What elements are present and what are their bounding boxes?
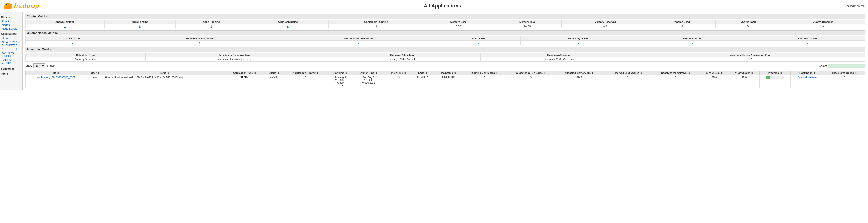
val-lost: 0 [437,41,520,45]
val-scheduler-type: Capacity Scheduler [26,57,146,62]
sort-queue-icon: ⇕ [277,71,279,74]
col-vcores-total: VCores Total [715,20,781,24]
col-lost-nodes: Lost Nodes [437,36,520,41]
spark-badge: SPARK [239,75,250,79]
scheduler-metrics-table: Scheduler Type Scheduling Resource Type … [25,53,865,62]
cell-progress [760,75,790,88]
cluster-nodes-table: Active Nodes Decommissioning Nodes Decom… [25,36,865,45]
progress-bar-fill [766,76,771,79]
col-app-priority[interactable]: Application Priority ⇕ [284,71,327,75]
cell-pct-queue: 25.0 [700,75,729,88]
sidebar-item-new[interactable]: NEW [1,36,22,40]
sidebar-item-running[interactable]: RUNNING [1,51,22,55]
sort-resmem-icon: ⇕ [688,71,690,74]
cluster-metrics-table: Apps Submitted Apps Pending Apps Running… [25,20,865,29]
cell-final-status: UNDEFINED [433,75,462,88]
col-shutdown-nodes: Shutdown Nodes [749,36,865,41]
sidebar-item-nodes[interactable]: Nodes [1,23,22,27]
sort-containers-icon: ⇕ [496,71,498,74]
val-decommissioned: 0 [280,41,437,45]
col-min-allocation: Minimum Allocation [323,53,480,57]
sort-pctqueue-icon: ⇕ [721,71,723,74]
logo-text: hadoop [14,2,39,9]
col-name[interactable]: Name ⇕ [104,71,225,75]
col-id[interactable]: ID ⇕ [26,71,87,75]
val-apps-pending: 0 [104,24,175,29]
val-memory-used: 6 GB [424,24,493,29]
col-launch-time[interactable]: LaunchTime ⇕ [353,71,384,75]
scheduler-metrics-title: Scheduler Metrics [25,47,865,52]
entries-select[interactable]: 20 50 100 [33,63,45,68]
sidebar-scheduler-heading: Scheduler [1,67,22,70]
col-scheduler-type: Scheduler Type [26,53,146,57]
cell-reserved-mem: 0 [652,75,700,88]
cell-priority: 0 [284,75,327,88]
col-reserved-cpu[interactable]: Reserved CPU VCores ⇕ [603,71,652,75]
sort-trackingui-icon: ⇕ [814,71,816,74]
sidebar-item-new-saving[interactable]: NEW_SAVING [1,40,22,44]
cluster-metrics-title: Cluster Metrics [25,14,865,19]
search-input[interactable] [828,64,865,68]
cluster-metrics-row: 1 0 1 0 3 6 GB 24 GB 0 B 3 24 0 [26,24,865,29]
col-queue[interactable]: Queue ⇕ [264,71,284,75]
val-memory-total: 24 GB [493,24,561,29]
val-min-alloc: <memory:1024, vCores:1> [323,57,480,62]
sidebar-item-submitted[interactable]: SUBMITTED [1,44,22,47]
col-tracking-ui[interactable]: Tracking UI ⇕ [790,71,824,75]
sidebar-item-node-labels[interactable]: Node Labels [1,27,22,31]
col-final-status[interactable]: FinalStatus ⇕ [433,71,462,75]
col-reserved-mem[interactable]: Reserved Memory MB ⇕ [652,71,700,75]
col-apps-submitted: Apps Submitted [26,20,104,24]
val-max-alloc: <memory:8192, vCores:4> [480,57,638,62]
val-vcores-total: 24 [715,24,781,29]
sort-finalstatus-icon: ⇕ [454,71,456,74]
col-app-type[interactable]: Application Type ⇕ [225,71,264,75]
app-id-link[interactable]: application_1691336060048_0001 [37,76,75,79]
cell-app-type: SPARK [225,75,264,88]
cell-alloc-cpu: 3 [507,75,555,88]
val-decommissioning: 0 [119,41,280,45]
val-scheduling-resource: [memory-mb (unit=Mi), vcores] [146,57,323,62]
cell-tracking-ui: ApplicationMaster [790,75,824,88]
sort-priority-icon: ⇕ [317,71,319,74]
col-user[interactable]: User ⇕ [87,71,104,75]
sort-starttime-icon: ⇕ [345,71,347,74]
cell-blacklisted: 0 [824,75,865,88]
sidebar-item-failed[interactable]: FAILED [1,58,22,62]
cell-reserved-cpu: 0 [603,75,652,88]
sort-name-icon: ⇕ [167,71,169,74]
col-memory-total: Memory Total [493,20,561,24]
cell-start-time: Sun Aug 623:36:05+08002023 [327,75,353,88]
col-finish-time[interactable]: FinishTime ⇕ [384,71,412,75]
val-shutdown: 0 [749,41,865,45]
cell-name: Hive on Spark (sessionId = c6b12ad9-695d… [104,75,225,88]
tracking-ui-link[interactable]: ApplicationMaster [798,76,817,79]
col-start-time[interactable]: StartTime ⇕ [327,71,353,75]
sidebar-item-accepted[interactable]: ACCEPTED [1,47,22,51]
col-running-containers[interactable]: Running Containers ⇕ [462,71,507,75]
col-pct-cluster[interactable]: % of Cluster ⇕ [729,71,760,75]
col-state[interactable]: State ⇕ [412,71,433,75]
cell-pct-cluster: 25.0 [729,75,760,88]
sort-id-icon: ⇕ [57,71,59,74]
sidebar-item-finished[interactable]: FINISHED [1,55,22,58]
sort-allocmem-icon: ⇕ [592,71,594,74]
col-blacklisted[interactable]: Blacklisted Nodes ⇕ [824,71,865,75]
sidebar-item-killed[interactable]: KILLED [1,62,22,65]
col-apps-completed: Apps Completed [247,20,329,24]
sidebar-cluster-links: About Nodes Node Labels [1,20,22,31]
sidebar: Cluster About Nodes Node Labels Applicat… [0,12,23,90]
cluster-nodes-title: Cluster Nodes Metrics [25,30,865,35]
sidebar-tools-heading: Tools [1,72,22,75]
sidebar-item-about[interactable]: About [1,20,22,23]
col-alloc-mem[interactable]: Allocated Memory MB ⇕ [555,71,603,75]
val-vcores-reserved: 0 [781,24,865,29]
col-pct-queue[interactable]: % of Queue ⇕ [700,71,729,75]
col-alloc-cpu[interactable]: Allocated CPU VCores ⇕ [507,71,555,75]
cell-id: application_1691336060048_0001 [26,75,87,88]
sort-blacklisted-icon: ⇕ [855,71,857,74]
col-progress[interactable]: Progress ⇕ [760,71,790,75]
val-memory-reserved: 0 B [562,24,649,29]
col-memory-reserved: Memory Reserved [562,20,649,24]
svg-point-2 [5,6,7,9]
